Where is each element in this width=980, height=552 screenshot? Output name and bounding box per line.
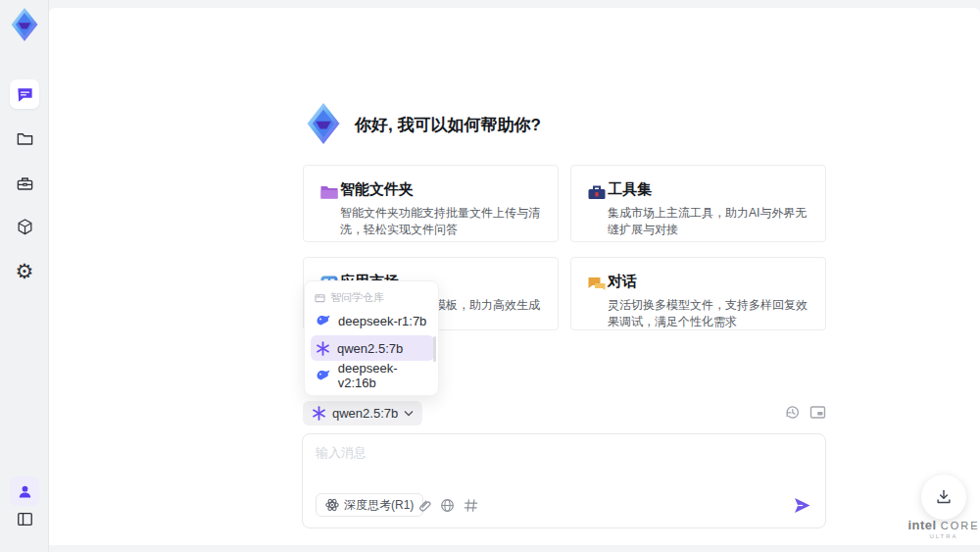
intel-core-logo: intel core ULTRA <box>904 518 980 539</box>
history-icon[interactable] <box>784 404 801 421</box>
account-icon <box>17 483 33 500</box>
smart-folder-icon <box>319 182 339 202</box>
sidebar: ⚙ <box>0 0 49 552</box>
greeting-title: 你好, 我可以如何帮助你? <box>355 114 541 136</box>
model-option-deepseek-r1[interactable]: deepseek-r1:7b <box>311 308 434 333</box>
model-selector-label: qwen2.5:7b <box>332 406 398 421</box>
prompt-library-icon[interactable] <box>464 498 478 513</box>
deepseek-icon <box>316 368 331 383</box>
dialog-icon <box>587 275 607 294</box>
card-smart-folder[interactable]: 智能文件夹 智能文件夹功能支持批量文件上传与清洗，轻松实现文件问答 <box>303 165 559 242</box>
gear-icon: ⚙ <box>16 262 34 282</box>
model-dropdown-header-label: 智问学仓库 <box>330 290 384 305</box>
message-input[interactable] <box>316 444 810 483</box>
intel-wordmark: intel <box>907 518 936 532</box>
card-title: 工具集 <box>608 180 652 199</box>
card-desc: 智能文件夹功能支持批量文件上传与清洗，轻松实现文件问答 <box>340 205 546 238</box>
web-search-icon[interactable] <box>440 498 455 513</box>
card-desc: 集成市场上主流工具，助力AI与外界无缝扩展与对接 <box>608 205 813 238</box>
sidebar-item-settings[interactable]: ⚙ <box>10 257 39 286</box>
model-option-label: deepseek-v2:16b <box>338 361 434 390</box>
chat-icon <box>16 85 34 104</box>
ultra-wordmark: ULTRA <box>904 533 980 539</box>
panel-icon <box>16 510 34 528</box>
model-dropdown-header: 智问学仓库 <box>315 290 384 305</box>
model-option-label: deepseek-r1:7b <box>338 314 426 328</box>
download-button[interactable] <box>921 475 966 520</box>
card-dialog[interactable]: 对话 灵活切换多模型文件，支持多样回复效果调试，满足个性化需求 <box>570 257 826 330</box>
dropdown-scrollbar[interactable] <box>433 336 436 362</box>
deep-think-label: 深度思考(R1) <box>344 497 414 514</box>
deep-think-toggle[interactable]: 深度思考(R1) <box>316 493 423 517</box>
model-selector[interactable]: qwen2.5:7b <box>303 401 422 426</box>
model-option-label: qwen2.5:7b <box>337 341 403 356</box>
app-logo <box>7 7 42 42</box>
card-desc: 灵活切换多模型文件，支持多样回复效果调试，满足个性化需求 <box>608 297 813 330</box>
sidebar-item-chat[interactable] <box>10 79 39 109</box>
card-title: 智能文件夹 <box>340 180 414 199</box>
repository-icon <box>315 292 325 303</box>
cube-icon <box>16 218 34 236</box>
attachment-icon[interactable] <box>416 498 431 513</box>
toolset-icon <box>587 182 607 202</box>
sidebar-item-account[interactable] <box>10 477 39 506</box>
main-panel: 你好, 我可以如何帮助你? 智能文件夹 智能文件夹功能支持批量文件上传与清洗，轻… <box>49 8 980 545</box>
pip-window-icon[interactable] <box>809 404 826 421</box>
core-wordmark: core <box>941 520 980 531</box>
sidebar-item-tools[interactable] <box>10 169 39 198</box>
sidebar-item-models[interactable] <box>10 212 39 241</box>
composer: 深度思考(R1) <box>302 433 826 528</box>
qwen-icon <box>316 341 330 356</box>
atom-icon <box>325 498 339 512</box>
deepseek-icon <box>316 313 331 328</box>
chevron-down-icon <box>404 410 414 417</box>
sidebar-item-files[interactable] <box>10 124 39 153</box>
folder-icon <box>16 129 34 148</box>
sidebar-item-collapse[interactable] <box>10 504 39 533</box>
toolbox-icon <box>16 175 34 193</box>
download-icon <box>934 487 954 507</box>
send-button[interactable] <box>793 496 811 515</box>
app-logo <box>302 102 345 145</box>
card-title: 对话 <box>608 273 637 291</box>
model-dropdown: 智问学仓库 deepseek-r1:7b qwen2.5:7b deepseek… <box>304 280 439 396</box>
model-option-deepseek-v2[interactable]: deepseek-v2:16b <box>311 363 434 388</box>
qwen-icon <box>312 406 326 421</box>
model-option-qwen[interactable]: qwen2.5:7b <box>311 335 434 361</box>
card-toolset[interactable]: 工具集 集成市场上主流工具，助力AI与外界无缝扩展与对接 <box>570 165 826 242</box>
